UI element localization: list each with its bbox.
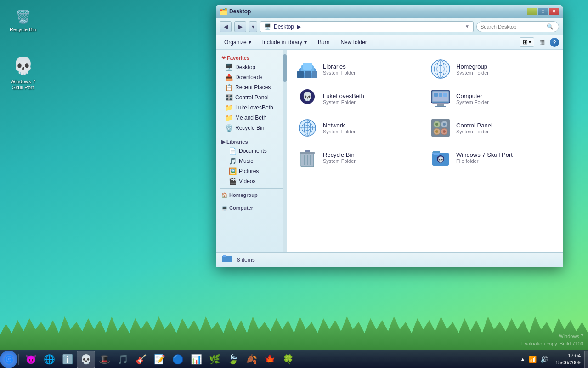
- taskbar-app1[interactable]: 😈: [22, 351, 40, 368]
- close-button[interactable]: ✕: [549, 8, 559, 15]
- minimize-button[interactable]: _: [527, 8, 537, 15]
- sidebar-item-recycle-bin[interactable]: 🗑️ Recycle Bin: [216, 123, 287, 133]
- tray-network-icon: 📶: [529, 356, 537, 363]
- documents-icon: 📄: [229, 147, 236, 155]
- svg-rect-20: [434, 93, 438, 97]
- sidebar-computer-section: 💻 Computer: [216, 203, 287, 212]
- taskbar-separator: [18, 354, 19, 365]
- lukelovesbeth-type: System Folder: [323, 99, 364, 105]
- network-type: System Folder: [323, 129, 356, 134]
- view-toggle-button[interactable]: ⊞ ▾: [520, 37, 534, 47]
- forward-button[interactable]: ▶: [234, 21, 246, 32]
- include-in-library-button[interactable]: Include in library ▾: [258, 37, 311, 48]
- taskbar-app11[interactable]: 🌿: [205, 351, 224, 368]
- windows7-skull-file-info: Windows 7 Skull Port File folder: [456, 151, 513, 164]
- sidebar-item-documents[interactable]: 📄 Documents: [216, 146, 287, 156]
- preview-pane-button[interactable]: ▦: [536, 37, 548, 47]
- sidebar-item-lukelovesbeth[interactable]: 📁 LukeLovesBeth: [216, 103, 287, 113]
- file-item-recycle-bin[interactable]: Recycle Bin System Folder: [293, 144, 424, 171]
- organize-button[interactable]: Organize ▾: [220, 37, 256, 48]
- sidebar-item-downloads[interactable]: 📥 Downloads: [216, 72, 287, 82]
- sidebar-item-videos[interactable]: 🎬 Videos: [216, 176, 287, 186]
- me-and-beth-icon: 📁: [225, 114, 232, 121]
- taskbar-app2[interactable]: 🌐: [40, 351, 58, 368]
- file-item-lukelovesbeth[interactable]: 💀 LukeLovesBeth System Folder: [293, 85, 424, 112]
- taskbar-app5[interactable]: 🎩: [95, 351, 113, 368]
- svg-rect-3: [303, 63, 312, 70]
- sidebar-item-recent-places[interactable]: 📋 Recent Places: [216, 82, 287, 92]
- desktop-icon-windows7-skull[interactable]: 💀 Windows 7Skull Port: [5, 53, 41, 92]
- taskbar-app3[interactable]: ℹ️: [58, 351, 77, 368]
- svg-point-34: [435, 123, 438, 126]
- search-icon[interactable]: 🔍: [547, 23, 554, 30]
- file-item-computer[interactable]: Computer System Folder: [426, 85, 557, 112]
- taskbar: 🌀 😈 🌐 ℹ️ 💀 🎩 🎵 🎸 📝 🔵 📊 🌿 🍃 🍂 🍁 🍀 ▲ 📶 🔊: [0, 350, 588, 368]
- address-input[interactable]: 🖥️ Desktop ▶ ▼: [260, 21, 474, 32]
- windows-watermark: Windows 7 Evaluation copy. Build 7100: [521, 333, 583, 347]
- taskbar-app10[interactable]: 📊: [187, 351, 205, 368]
- taskbar-app9[interactable]: 🔵: [169, 351, 187, 368]
- tray-arrow[interactable]: ▲: [520, 356, 525, 362]
- main-content: Libraries System Folder: [287, 50, 563, 252]
- recycle-bin-file-name: Recycle Bin: [323, 151, 356, 158]
- sidebar-item-music[interactable]: 🎵 Music: [216, 156, 287, 166]
- sidebar-item-desktop[interactable]: 🖥️ Desktop: [216, 62, 287, 72]
- taskbar-app13[interactable]: 🍂: [242, 351, 260, 368]
- sidebar: ❤ Favorites 🖥️ Desktop 📥 Downloads 📋 Rec…: [216, 50, 287, 252]
- taskbar-app14[interactable]: 🍁: [260, 351, 279, 368]
- libraries-name: Libraries: [323, 63, 356, 70]
- sidebar-item-control-panel[interactable]: 🎛️ Control Panel: [216, 92, 287, 103]
- file-item-windows7-skull[interactable]: 💀 Windows 7 Skull Port File folder: [426, 144, 557, 171]
- libraries-type: System Folder: [323, 70, 356, 75]
- taskbar-app15[interactable]: 🍀: [279, 351, 297, 368]
- address-dropdown[interactable]: ▼: [465, 24, 469, 29]
- title-bar-left: 🗂️ Desktop: [220, 8, 251, 15]
- sidebar-libraries-header[interactable]: ▶ Libraries: [216, 137, 287, 146]
- maximize-button[interactable]: □: [538, 8, 548, 15]
- help-button[interactable]: ?: [550, 38, 559, 47]
- burn-button[interactable]: Burn: [313, 37, 334, 48]
- control-panel-name: Control Panel: [456, 122, 492, 129]
- network-file-info: Network System Folder: [323, 122, 356, 134]
- new-folder-button[interactable]: New folder: [336, 37, 371, 48]
- sidebar-scrollbar-thumb[interactable]: [283, 54, 287, 82]
- address-bar: ◀ ▶ ▾ 🖥️ Desktop ▶ ▼ 🔍: [216, 18, 563, 35]
- desktop-icon-recycle-bin[interactable]: 🗑️ Recycle Bin: [5, 5, 41, 34]
- svg-rect-50: [223, 255, 226, 257]
- sidebar-scrollbar-track[interactable]: [283, 50, 287, 252]
- sidebar-item-pictures[interactable]: 🖼️ Pictures: [216, 166, 287, 176]
- svg-rect-22: [443, 93, 447, 97]
- sidebar-divider2: [220, 188, 283, 189]
- sidebar-computer-header[interactable]: 💻 Computer: [216, 203, 287, 212]
- taskbar-clock[interactable]: 17:04 15/06/2009: [552, 352, 584, 366]
- start-button[interactable]: 🌀: [0, 351, 17, 368]
- sidebar-item-me-and-beth[interactable]: 📁 Me and Beth: [216, 113, 287, 123]
- taskbar-app12[interactable]: 🍃: [224, 351, 242, 368]
- svg-rect-49: [222, 256, 232, 262]
- taskbar-app4[interactable]: 💀: [77, 351, 95, 368]
- taskbar-app8[interactable]: 📝: [150, 351, 169, 368]
- svg-text:💀: 💀: [302, 92, 313, 102]
- taskbar-app6[interactable]: 🎵: [113, 351, 132, 368]
- homegroup-file-info: Homegroup System Folder: [456, 63, 489, 75]
- file-item-libraries[interactable]: Libraries System Folder: [293, 55, 424, 83]
- search-input[interactable]: [481, 24, 545, 29]
- show-desktop-button[interactable]: [584, 351, 588, 368]
- svg-rect-4: [297, 71, 304, 78]
- sidebar-homegroup-header[interactable]: 🏠 Homegroup: [216, 190, 287, 199]
- file-item-control-panel[interactable]: Control Panel System Folder: [426, 114, 557, 142]
- status-icon: [221, 254, 232, 265]
- svg-rect-21: [439, 93, 442, 97]
- explorer-window-icon: 🗂️: [220, 8, 227, 15]
- windows7-skull-file-icon: 💀: [430, 146, 452, 168]
- file-item-homegroup[interactable]: Homegroup System Folder: [426, 55, 557, 83]
- file-item-network[interactable]: Network System Folder: [293, 114, 424, 142]
- desktop-icon-sidebar: 🖥️: [225, 63, 232, 71]
- homegroup-file-icon: [430, 58, 452, 80]
- sidebar-favorites-header[interactable]: ❤ Favorites: [216, 53, 287, 62]
- taskbar-app7[interactable]: 🎸: [132, 351, 150, 368]
- svg-rect-29: [431, 119, 450, 137]
- recent-button[interactable]: ▾: [249, 21, 257, 32]
- lukelovesbeth-file-info: LukeLovesBeth System Folder: [323, 92, 364, 105]
- back-button[interactable]: ◀: [220, 21, 232, 32]
